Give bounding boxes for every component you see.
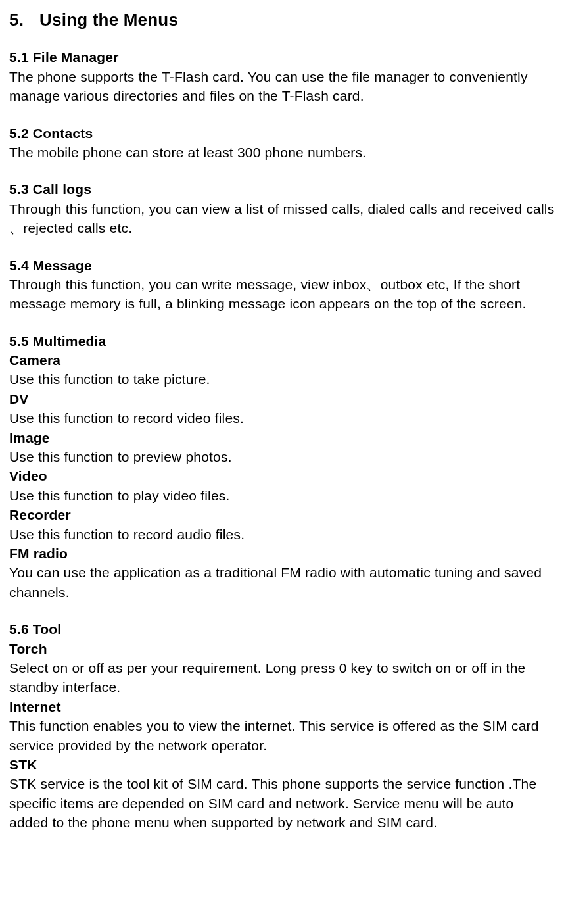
subitem-body: Use this function to preview photos. xyxy=(9,447,555,466)
subitem-body: Use this function to play video files. xyxy=(9,486,555,505)
subitem-fm-radio: FM radio You can use the application as … xyxy=(9,544,555,602)
section-heading: 5.3 Call logs xyxy=(9,180,555,199)
subitem-body: This function enables you to view the in… xyxy=(9,716,555,755)
subitem-body: Select on or off as per your requirement… xyxy=(9,658,555,697)
subitem-body: Use this function to record video files. xyxy=(9,408,555,427)
subitem-body: Use this function to record audio files. xyxy=(9,525,555,544)
section-message: 5.4 Message Through this function, you c… xyxy=(9,256,555,314)
subitem-body-line2: channels. xyxy=(9,583,555,602)
section-heading: 5.2 Contacts xyxy=(9,124,555,143)
subitem-label: Camera xyxy=(9,351,555,370)
subitem-body-line1: You can use the application as a traditi… xyxy=(9,563,555,582)
page-heading: 5.Using the Menus xyxy=(9,8,555,32)
section-contacts: 5.2 Contacts The mobile phone can store … xyxy=(9,124,555,162)
subitem-dv: DV Use this function to record video fil… xyxy=(9,389,555,428)
section-heading: 5.1 File Manager xyxy=(9,47,555,66)
subitem-label: DV xyxy=(9,389,555,408)
subitem-torch: Torch Select on or off as per your requi… xyxy=(9,639,555,697)
subitem-label: Torch xyxy=(9,639,555,658)
subitem-image: Image Use this function to preview photo… xyxy=(9,428,555,467)
subitem-label: Internet xyxy=(9,697,555,716)
section-heading: 5.6 Tool xyxy=(9,620,555,639)
subitem-body: Use this function to take picture. xyxy=(9,370,555,389)
section-multimedia: 5.5 Multimedia Camera Use this function … xyxy=(9,331,555,602)
section-body: Through this function, you can write mes… xyxy=(9,275,555,314)
subitem-label: Recorder xyxy=(9,505,555,524)
heading-title: Using the Menus xyxy=(39,10,178,30)
subitem-label: Video xyxy=(9,466,555,485)
section-call-logs: 5.3 Call logs Through this function, you… xyxy=(9,180,555,237)
subitem-stk: STK STK service is the tool kit of SIM c… xyxy=(9,755,555,833)
subitem-body: STK service is the tool kit of SIM card.… xyxy=(9,774,555,832)
subitem-recorder: Recorder Use this function to record aud… xyxy=(9,505,555,544)
section-body: Through this function, you can view a li… xyxy=(9,199,555,238)
section-body: The mobile phone can store at least 300 … xyxy=(9,143,555,162)
heading-number: 5. xyxy=(9,8,24,32)
subitem-label: FM radio xyxy=(9,544,555,563)
subitem-video: Video Use this function to play video fi… xyxy=(9,466,555,505)
section-file-manager: 5.1 File Manager The phone supports the … xyxy=(9,47,555,105)
subitem-camera: Camera Use this function to take picture… xyxy=(9,351,555,389)
subitem-internet: Internet This function enables you to vi… xyxy=(9,697,555,755)
subitem-label: Image xyxy=(9,428,555,447)
section-heading: 5.4 Message xyxy=(9,256,555,275)
section-tool: 5.6 Tool Torch Select on or off as per y… xyxy=(9,620,555,832)
section-heading: 5.5 Multimedia xyxy=(9,331,555,351)
subitem-label: STK xyxy=(9,755,555,774)
section-body: The phone supports the T-Flash card. You… xyxy=(9,67,555,106)
